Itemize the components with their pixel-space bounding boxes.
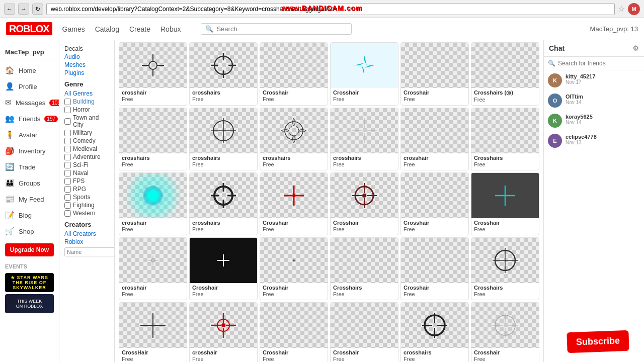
item-card[interactable]: crosshairs Free: [189, 108, 258, 170]
item-card[interactable]: crosshairs Free: [330, 108, 398, 170]
filter-genre-adventure[interactable]: Adventure: [64, 153, 109, 160]
sidebar-item-trade[interactable]: 🔄 Trade: [0, 159, 59, 175]
nav-robux[interactable]: Robux: [160, 25, 181, 33]
filter-genre-comedy[interactable]: Comedy: [64, 137, 109, 144]
filter-genre-scifi[interactable]: Sci-Fi: [64, 161, 109, 168]
genre-fps-label: FPS: [73, 177, 85, 185]
nav-create[interactable]: Create: [129, 25, 150, 33]
item-card[interactable]: Crosshair Free: [471, 302, 539, 362]
genre-adventure-checkbox[interactable]: [64, 154, 71, 160]
genre-building-checkbox[interactable]: [64, 99, 71, 105]
genre-naval-checkbox[interactable]: [64, 170, 71, 176]
genre-sports-checkbox[interactable]: [64, 194, 71, 201]
star-wars-event-banner[interactable]: ★ STAR WARSTHE RISE OF SKYWALKER: [5, 273, 54, 292]
genre-comedy-checkbox[interactable]: [64, 138, 71, 144]
item-card[interactable]: CrossHair Free: [119, 302, 187, 362]
filter-link-audio[interactable]: Audio: [64, 53, 109, 60]
back-button[interactable]: ←: [4, 4, 15, 15]
chat-search-input[interactable]: [558, 60, 640, 67]
item-card[interactable]: crosshairs Free: [189, 42, 258, 106]
sidebar-item-messages[interactable]: ✉ Messages 101: [0, 95, 59, 111]
sidebar-item-shop[interactable]: 🛒 Shop: [0, 223, 59, 239]
genre-rpg-checkbox[interactable]: [64, 186, 71, 193]
filter-genre-western[interactable]: Western: [64, 210, 109, 217]
item-card[interactable]: Crosshair Free: [260, 237, 328, 300]
item-card[interactable]: crosshair Free: [189, 302, 258, 362]
item-card[interactable]: Crosshair Free: [471, 172, 539, 235]
sidebar-item-inventory[interactable]: 🎒 Inventory: [0, 143, 59, 159]
sidebar-item-home[interactable]: 🏠 Home: [0, 62, 59, 78]
sidebar-item-friends[interactable]: 👥 Friends 197: [0, 111, 59, 127]
sidebar-item-myfeed[interactable]: 📰 My Feed: [0, 191, 59, 207]
item-card[interactable]: Crosshair Free: [400, 237, 469, 300]
filter-genre-military[interactable]: Military: [64, 129, 109, 136]
refresh-button[interactable]: ↻: [32, 4, 43, 15]
search-input[interactable]: [216, 25, 347, 33]
genre-military-checkbox[interactable]: [64, 130, 71, 136]
bookmark-icon[interactable]: ☆: [618, 4, 625, 14]
item-card[interactable]: crosshair Free: [400, 108, 469, 170]
creator-name-input[interactable]: [64, 247, 115, 256]
item-card[interactable]: Crosshairs Free: [330, 237, 398, 300]
filter-all-genres[interactable]: All Genres: [64, 90, 109, 97]
genre-fps-checkbox[interactable]: [64, 178, 71, 185]
nav-games[interactable]: Games: [62, 25, 85, 33]
nav-search-box[interactable]: 🔍: [201, 23, 352, 35]
item-card[interactable]: Crosshair Free: [260, 172, 328, 235]
filter-genre-fps[interactable]: FPS: [64, 177, 109, 185]
item-card[interactable]: Crosshair Free: [400, 172, 469, 235]
filter-genre-medieval[interactable]: Medieval: [64, 145, 109, 152]
item-card[interactable]: Crosshair Free: [260, 302, 328, 362]
genre-fighting-checkbox[interactable]: [64, 202, 71, 209]
chat-user-row[interactable]: K kitty_45217 Nov 17: [544, 70, 644, 90]
filter-genre-townandcity[interactable]: Town and City: [64, 114, 109, 128]
item-card[interactable]: Crosshairs (◎) Free: [471, 42, 539, 106]
chat-settings-icon[interactable]: ⚙: [632, 44, 639, 52]
nav-catalog[interactable]: Catalog: [95, 25, 119, 33]
item-card[interactable]: Crosshair Free: [330, 172, 398, 235]
item-card[interactable]: Crosshair Free: [330, 42, 398, 106]
chat-user-row[interactable]: O OlTtim Nov 14: [544, 90, 644, 111]
filter-genre-naval[interactable]: Naval: [64, 169, 109, 176]
filter-genre-building[interactable]: Building: [64, 98, 109, 105]
item-card[interactable]: crosshairs Free: [260, 108, 328, 170]
genre-western-checkbox[interactable]: [64, 210, 71, 217]
item-card[interactable]: Crosshair Free: [260, 42, 328, 106]
filter-all-creators[interactable]: All Creators: [64, 230, 109, 237]
filter-link-meshes[interactable]: Meshes: [64, 61, 109, 68]
item-card[interactable]: crosshair Free: [119, 172, 187, 235]
item-card[interactable]: crosshairs Free: [400, 302, 469, 362]
genre-scifi-checkbox[interactable]: [64, 162, 71, 168]
filter-genre-rpg[interactable]: RPG: [64, 186, 109, 193]
item-card[interactable]: crosshairs Free: [189, 172, 258, 235]
item-card[interactable]: Crosshair Free: [189, 237, 258, 300]
subscribe-button[interactable]: Subscribe: [567, 330, 629, 353]
filter-link-plugins[interactable]: Plugins: [64, 69, 109, 76]
chat-user-row[interactable]: K koray5625 Nov 14: [544, 111, 644, 131]
item-card[interactable]: crosshair Free: [119, 42, 187, 106]
sidebar-item-avatar[interactable]: 🧍 Avatar: [0, 127, 59, 143]
filter-link-decals[interactable]: Decals: [64, 45, 109, 52]
item-card[interactable]: crosshairs Free: [119, 108, 187, 170]
this-week-event-banner[interactable]: THIS WEEKON ROBLOX: [5, 294, 54, 313]
genre-townandcity-checkbox[interactable]: [64, 118, 71, 125]
item-card[interactable]: Crosshair Free: [400, 42, 469, 106]
filter-roblox-creator[interactable]: Roblox: [64, 238, 109, 245]
filter-genre-sports[interactable]: Sports: [64, 194, 109, 201]
sidebar-item-blog[interactable]: 📝 Blog: [0, 207, 59, 223]
chat-search-box[interactable]: 🔍: [544, 57, 644, 70]
item-card[interactable]: Crosshair Free: [330, 302, 398, 362]
sidebar-item-profile[interactable]: 👤 Profile: [0, 78, 59, 95]
forward-button[interactable]: →: [18, 4, 29, 15]
upgrade-now-button[interactable]: Upgrade Now: [5, 243, 54, 256]
sidebar-item-groups[interactable]: 👪 Groups: [0, 175, 59, 191]
url-bar[interactable]: [46, 3, 615, 15]
filter-genre-fighting[interactable]: Fighting: [64, 202, 109, 209]
item-card[interactable]: crosshair Free: [119, 237, 187, 300]
filter-genre-horror[interactable]: Horror: [64, 106, 109, 113]
genre-medieval-checkbox[interactable]: [64, 146, 71, 152]
chat-user-row[interactable]: E eclipse4778 Nov 13: [544, 131, 644, 151]
item-card[interactable]: Crosshairs Free: [471, 108, 539, 170]
genre-horror-checkbox[interactable]: [64, 107, 71, 113]
item-card[interactable]: Crosshairs Free: [471, 237, 539, 300]
